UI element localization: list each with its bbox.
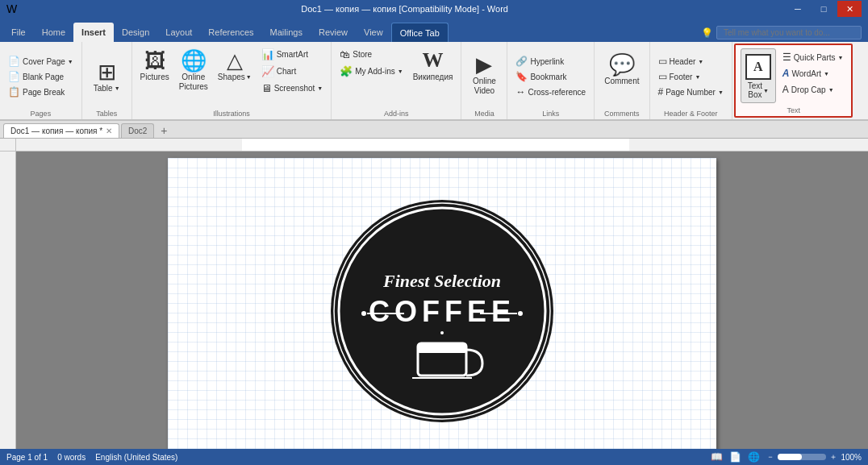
tab-home[interactable]: Home xyxy=(34,23,73,42)
doc-tab-2-label: Doc2 xyxy=(128,127,147,135)
media-group-label: Media xyxy=(466,108,502,118)
doc-tab-1[interactable]: Doc1 — копия — копия * ✕ xyxy=(3,123,119,138)
tab-view[interactable]: View xyxy=(356,23,391,42)
my-addins-dropdown: ▼ xyxy=(398,69,403,74)
tab-office-tab[interactable]: Office Tab xyxy=(391,23,449,42)
page-number-button[interactable]: # Page Number ▼ xyxy=(655,85,727,99)
ribbon-group-media: ▶ OnlineVideo Media xyxy=(461,42,507,119)
minimize-button[interactable]: ─ xyxy=(786,1,810,17)
chart-icon: 📈 xyxy=(261,65,274,77)
ribbon-tabs-bar: File Home Insert Design Layout Reference… xyxy=(0,18,868,42)
table-button[interactable]: ⊞ Table ▼ xyxy=(87,58,127,96)
smartart-button[interactable]: 📊 SmartArt xyxy=(258,47,327,62)
page-number-dropdown: ▼ xyxy=(718,89,724,95)
wikipedia-icon: W xyxy=(423,50,444,71)
svg-text:COFFEE: COFFEE xyxy=(369,295,515,328)
restore-button[interactable]: □ xyxy=(812,1,836,17)
zoom-slider-fill xyxy=(778,454,802,460)
bookmark-button[interactable]: 🔖 Bookmark xyxy=(512,69,589,84)
footer-icon: ▭ xyxy=(658,71,667,82)
pictures-icon: 🖼 xyxy=(144,50,165,71)
blank-page-button[interactable]: 📄 Blank Page xyxy=(5,69,77,84)
tab-mailings[interactable]: Mailings xyxy=(262,23,311,42)
drop-cap-button[interactable]: A Drop Cap ▼ xyxy=(779,82,847,97)
header-button[interactable]: ▭ Header ▼ xyxy=(655,54,727,69)
pictures-button[interactable]: 🖼 Pictures xyxy=(137,45,173,100)
pages-group-label: Pages xyxy=(5,108,77,118)
ruler-horizontal xyxy=(16,139,868,152)
footer-dropdown: ▼ xyxy=(695,74,700,80)
smartart-icon: 📊 xyxy=(261,48,274,60)
online-video-button[interactable]: ▶ OnlineVideo xyxy=(466,49,502,104)
zoom-out-icon[interactable]: － xyxy=(766,451,774,463)
comment-button[interactable]: 💬 Comment xyxy=(599,49,644,104)
ribbon-group-tables: ⊞ Table ▼ Tables xyxy=(82,42,132,119)
tab-review[interactable]: Review xyxy=(311,23,356,42)
quick-parts-dropdown: ▼ xyxy=(838,55,844,60)
tab-layout[interactable]: Layout xyxy=(157,23,200,42)
screenshot-button[interactable]: 🖥 Screenshot ▼ xyxy=(258,81,327,96)
zoom-level: 100% xyxy=(841,453,862,462)
cover-page-button[interactable]: 📄 Cover Page ▼ xyxy=(5,54,77,69)
shapes-button[interactable]: △ Shapes ▼ xyxy=(215,45,255,100)
footer-button[interactable]: ▭ Footer ▼ xyxy=(655,69,727,84)
zoom-slider[interactable] xyxy=(778,454,826,460)
web-layout-icon[interactable]: 🌐 xyxy=(748,451,760,463)
chart-button[interactable]: 📈 Chart xyxy=(258,64,327,79)
doc-tab-2[interactable]: Doc2 xyxy=(121,123,154,138)
ribbon-search[interactable]: 💡 xyxy=(701,26,862,39)
store-button[interactable]: 🛍 Store xyxy=(336,47,406,62)
tab-insert[interactable]: Insert xyxy=(73,23,114,42)
table-dropdown-arrow: ▼ xyxy=(115,85,120,91)
text-box-button[interactable]: A TextBox ▼ xyxy=(741,48,776,103)
doc-tab-1-label: Doc1 — копия — копия * xyxy=(10,127,102,135)
svg-point-14 xyxy=(440,331,444,334)
zoom-control[interactable]: － ＋ 100% xyxy=(766,451,862,463)
doc-page: Finest Selection COFFEE xyxy=(168,158,716,449)
status-words: 0 words xyxy=(57,453,86,462)
wordart-button[interactable]: A WordArt ▼ xyxy=(779,66,847,81)
illustrations-group-label: Illustrations xyxy=(137,108,327,118)
svg-point-7 xyxy=(361,311,366,316)
ribbon-group-header-footer: ▭ Header ▼ ▭ Footer ▼ # Page Number ▼ He… xyxy=(650,42,732,119)
tab-references[interactable]: References xyxy=(200,23,261,42)
my-addins-button[interactable]: 🧩 My Add-ins ▼ xyxy=(336,64,406,79)
tab-design[interactable]: Design xyxy=(114,23,157,42)
status-lang: English (United States) xyxy=(95,453,177,462)
ruler-area xyxy=(0,139,868,152)
quick-parts-button[interactable]: ☰ Quick Parts ▼ xyxy=(779,50,847,64)
doc-tab-1-close[interactable]: ✕ xyxy=(106,127,112,135)
status-bar-right: 📖 📄 🌐 － ＋ 100% xyxy=(711,451,862,463)
ribbon-group-pages: 📄 Cover Page ▼ 📄 Blank Page 📋 Page Break… xyxy=(0,42,82,119)
ribbon-group-addins: 🛍 Store 🧩 My Add-ins ▼ W Википедия Add-i… xyxy=(332,42,461,119)
print-layout-icon[interactable]: 📄 xyxy=(729,451,741,463)
svg-text:Finest Selection: Finest Selection xyxy=(382,271,501,291)
online-pictures-icon: 🌐 xyxy=(181,50,207,71)
new-tab-button[interactable]: + xyxy=(156,123,172,138)
word-icon: W xyxy=(6,2,17,15)
shapes-icon: △ xyxy=(227,50,243,71)
table-icon: ⊞ xyxy=(98,61,116,84)
ruler-h-svg xyxy=(16,139,868,152)
cross-reference-button[interactable]: ↔ Cross-reference xyxy=(512,85,589,99)
drop-cap-dropdown: ▼ xyxy=(828,87,834,93)
tables-group-label: Tables xyxy=(87,108,127,118)
quick-parts-icon: ☰ xyxy=(782,52,791,63)
ribbon-group-illustrations: 🖼 Pictures 🌐 OnlinePictures △ Shapes ▼ 📊… xyxy=(132,42,332,119)
search-input[interactable] xyxy=(716,26,862,39)
hyperlink-button[interactable]: 🔗 Hyperlink xyxy=(512,54,589,69)
window-controls: ─ □ ✕ xyxy=(786,1,862,17)
ruler-corner xyxy=(0,139,16,152)
wikipedia-button[interactable]: W Википедия xyxy=(410,45,457,100)
page-break-button[interactable]: 📋 Page Break xyxy=(5,85,77,99)
doc-scroll-area[interactable]: Finest Selection COFFEE xyxy=(16,152,868,449)
zoom-in-icon[interactable]: ＋ xyxy=(829,451,837,463)
header-icon: ▭ xyxy=(658,56,667,67)
title-bar: W Doc1 — копия — копия [Compatibility Mo… xyxy=(0,0,868,18)
close-button[interactable]: ✕ xyxy=(837,1,862,17)
tab-file[interactable]: File xyxy=(3,23,34,42)
read-mode-icon[interactable]: 📖 xyxy=(711,451,723,463)
comments-group-label: Comments xyxy=(599,108,644,118)
text-group-label: Text xyxy=(741,105,847,114)
online-pictures-button[interactable]: 🌐 OnlinePictures xyxy=(176,45,211,100)
